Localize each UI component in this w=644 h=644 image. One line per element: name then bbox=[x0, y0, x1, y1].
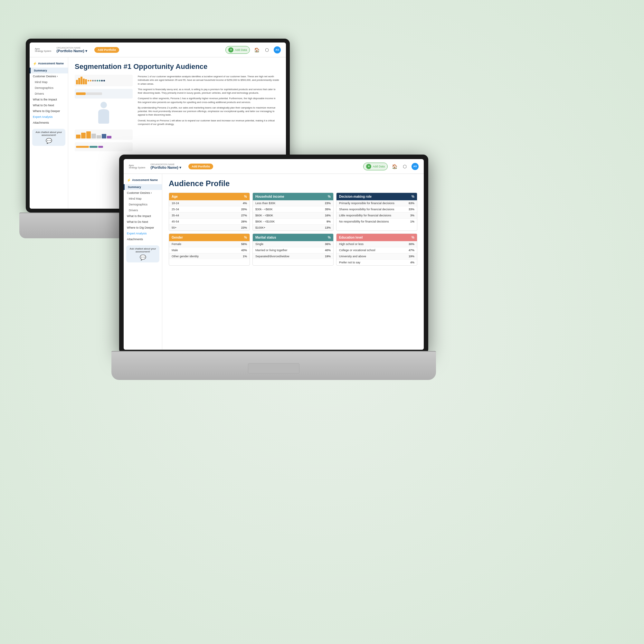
back-chart-2-content bbox=[76, 92, 131, 95]
back-dot-2 bbox=[90, 80, 91, 81]
back-add-portfolio-button[interactable]: Add Portfolio bbox=[94, 47, 119, 53]
back-bar-h2-2 bbox=[90, 146, 98, 148]
front-table-education-row-4: Prefer not to say 4% bbox=[336, 260, 417, 265]
front-table-education-row-3: University and above 19% bbox=[336, 253, 417, 260]
back-chart3-bar-1 bbox=[76, 135, 81, 138]
front-sidebar-chatbot[interactable]: Ask chatbot about your assessment! 💬 bbox=[126, 245, 159, 262]
back-sidebar-item-drivers[interactable]: Drivers bbox=[30, 91, 68, 97]
front-home-icon[interactable]: 🏠 bbox=[391, 163, 398, 170]
front-table-age-row-4: 45-54 26% bbox=[169, 219, 250, 225]
back-para-2: This segment is financially savvy and, a… bbox=[138, 88, 279, 95]
front-sidebar-item-customer-desires[interactable]: Customer Desires › bbox=[124, 190, 162, 196]
back-chatbot-icon: 💬 bbox=[34, 138, 63, 144]
back-sidebar-item-attachments[interactable]: Attachments bbox=[30, 120, 68, 126]
front-table-decision-row-2: Shares responsibility for financial deci… bbox=[336, 206, 417, 213]
back-sidebar-chatbot[interactable]: Ask chatbot about your assessment! 💬 bbox=[32, 129, 65, 146]
back-bar-5 bbox=[85, 79, 87, 84]
front-sidebar-item-expert[interactable]: Expert Analysis bbox=[124, 231, 162, 236]
back-chart-2 bbox=[75, 89, 133, 99]
front-table-marital-header: Marital status % bbox=[253, 234, 333, 241]
back-dot-6 bbox=[99, 80, 100, 81]
front-table-decision-header: Decision-making role % bbox=[336, 193, 417, 200]
front-table-gender-row-1: Female 56% bbox=[169, 241, 250, 247]
front-table-income-row-1: Less than $30K 23% bbox=[253, 200, 333, 206]
front-table-decision: Decision-making role % Primarily respons… bbox=[336, 193, 417, 231]
back-add-data-button[interactable]: + Add Data bbox=[225, 46, 250, 54]
back-sidebar-item-impact[interactable]: What Is the Impact bbox=[30, 97, 68, 102]
front-table-income: Household income % Less than $30K 23% $3… bbox=[252, 193, 334, 231]
front-table-education-row-1: High school or less 30% bbox=[336, 241, 417, 247]
back-para-3: Compared to other segments, Persona 1 ha… bbox=[138, 97, 279, 104]
svg-point-0 bbox=[100, 102, 107, 108]
front-assessment-label: Assessment Name bbox=[132, 178, 158, 182]
front-add-data-button[interactable]: + Add Data bbox=[363, 163, 388, 170]
back-dot-7 bbox=[101, 80, 103, 81]
front-screen-outer: Apex Strategy System ORGANIZATION NAME {… bbox=[119, 155, 428, 354]
front-avatar-icon[interactable]: AS bbox=[412, 163, 419, 170]
back-sidebar-item-what-to-do[interactable]: What to Do Next bbox=[30, 102, 68, 108]
back-dot-4 bbox=[94, 80, 96, 81]
front-table-education-header: Education level % bbox=[336, 234, 417, 241]
back-para-4: By understanding Persona 1's profile, ou… bbox=[138, 106, 279, 117]
front-layers-icon[interactable]: ⬡ bbox=[401, 163, 408, 170]
back-avatar-icon[interactable]: AS bbox=[274, 46, 281, 53]
back-sidebar-item-customer-desires[interactable]: Customer Desires › bbox=[30, 73, 68, 79]
front-table-education: Education level % High school or less 30… bbox=[336, 233, 417, 266]
back-header-right: + Add Data 🏠 ⬡ AS bbox=[225, 46, 281, 54]
front-table-decision-row-3: Little responsibility for financial deci… bbox=[336, 213, 417, 219]
front-table-gender-row-3: Other gender identity 1% bbox=[169, 253, 250, 259]
front-table-decision-row-4: No responsibility for financial decision… bbox=[336, 219, 417, 224]
back-bar-h2-1 bbox=[76, 146, 89, 148]
back-sidebar-item-mind-map[interactable]: Mind Map bbox=[30, 79, 68, 85]
front-trackpad bbox=[248, 363, 299, 374]
back-chart3-bar-3 bbox=[86, 131, 91, 138]
front-table-education-row-2: College or vocational school 47% bbox=[336, 247, 417, 253]
back-chart3-bar-2 bbox=[81, 133, 86, 138]
back-lightning-icon: ⚡ bbox=[33, 62, 37, 65]
front-keyboard-base bbox=[111, 351, 436, 380]
back-dot-5 bbox=[97, 80, 98, 81]
back-sidebar-item-summary[interactable]: Summary bbox=[30, 68, 68, 73]
back-page-title: Segmentation #1 Opportunity Audience bbox=[75, 62, 279, 71]
front-table-income-row-3: $60K - <$80K 16% bbox=[253, 213, 333, 219]
back-bar-3 bbox=[81, 77, 82, 84]
back-charts-column bbox=[75, 75, 133, 154]
back-layers-icon[interactable]: ⬡ bbox=[263, 46, 270, 53]
front-table-marital: Marital status % Single 36% Married or l… bbox=[252, 233, 334, 266]
front-table-age-row-2: 25-34 20% bbox=[169, 206, 250, 213]
back-chart-1 bbox=[75, 75, 133, 86]
front-portfolio-name[interactable]: {Portfolio Name} ▾ bbox=[150, 166, 181, 170]
front-sidebar-item-what-to-do[interactable]: What to Do Next bbox=[124, 219, 162, 225]
front-sidebar-item-drivers[interactable]: Drivers bbox=[124, 207, 162, 213]
front-sidebar-item-attachments[interactable]: Attachments bbox=[124, 236, 162, 242]
back-chart3-bar-5 bbox=[97, 135, 101, 138]
back-apex-logo: Apex Strategy System bbox=[35, 48, 51, 52]
back-assessment-label: Assessment Name bbox=[38, 62, 64, 66]
front-table-age: Age % 18-24 4% 25-34 20% bbox=[169, 193, 250, 231]
front-sidebar-item-demographics[interactable]: Demographics bbox=[124, 202, 162, 207]
back-chart-4-content bbox=[76, 146, 131, 148]
front-sidebar-item-dig-deeper[interactable]: Where to Dig Deeper bbox=[124, 225, 162, 231]
back-home-icon[interactable]: 🏠 bbox=[253, 46, 260, 53]
front-laptop: Apex Strategy System ORGANIZATION NAME {… bbox=[119, 155, 441, 380]
back-person-silhouette bbox=[96, 101, 112, 127]
back-dot-grid-1 bbox=[88, 80, 113, 81]
front-table-income-header: Household income % bbox=[253, 193, 333, 200]
back-chart-bars-1 bbox=[76, 77, 87, 84]
front-sidebar-item-impact[interactable]: What Is the Impact bbox=[124, 213, 162, 219]
back-person-area bbox=[75, 101, 133, 127]
front-sidebar-item-mind-map[interactable]: Mind Map bbox=[124, 196, 162, 202]
front-header-right: + Add Data 🏠 ⬡ AS bbox=[363, 163, 419, 170]
back-portfolio-name[interactable]: {Portfolio Name} ▾ bbox=[56, 49, 87, 53]
front-sidebar-item-summary[interactable]: Summary bbox=[124, 184, 162, 190]
back-bar-h-2 bbox=[86, 92, 102, 95]
back-sidebar-item-expert[interactable]: Expert Analysis bbox=[30, 114, 68, 120]
front-table-gender-row-2: Male 43% bbox=[169, 247, 250, 253]
front-table-income-row-5: $100K+ 13% bbox=[253, 225, 333, 231]
front-main-content: Audience Profile Age % 18-24 4 bbox=[162, 174, 424, 350]
back-sidebar-item-dig-deeper[interactable]: Where to Dig Deeper bbox=[30, 108, 68, 114]
back-sidebar-item-demographics[interactable]: Demographics bbox=[30, 85, 68, 91]
front-table-gender: Gender % Female 56% Male 43% bbox=[169, 233, 250, 266]
front-add-portfolio-button[interactable]: Add Portfolio bbox=[188, 164, 213, 169]
back-chart3-bar-4 bbox=[91, 134, 96, 138]
